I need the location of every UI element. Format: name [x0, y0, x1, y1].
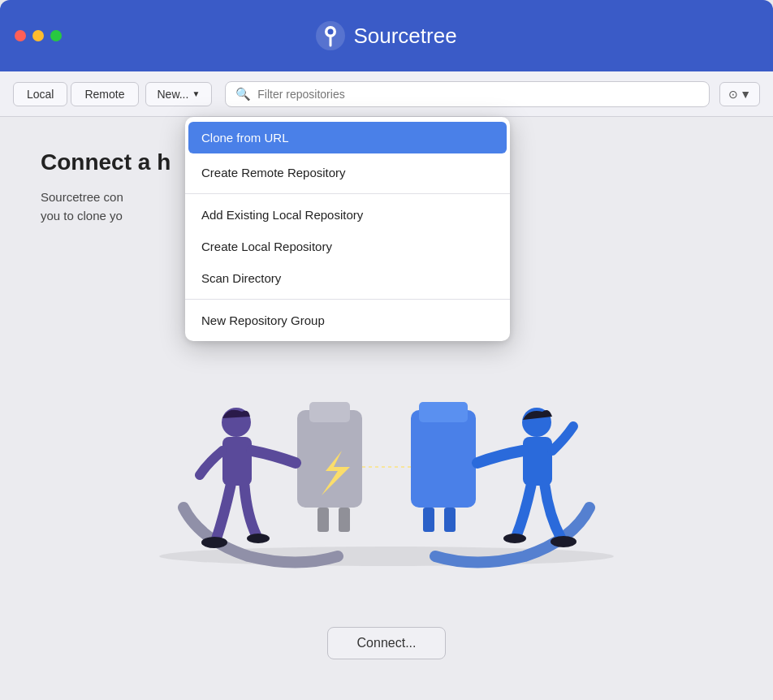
- sourcetree-icon: [316, 21, 345, 50]
- menu-divider-1: [185, 193, 510, 194]
- menu-item-new-group[interactable]: New Repository Group: [185, 305, 510, 336]
- svg-point-21: [551, 536, 577, 547]
- more-chevron-icon: ▼: [740, 88, 751, 101]
- svg-rect-5: [309, 402, 350, 422]
- app-name-label: Sourcetree: [353, 24, 456, 49]
- new-dropdown-button[interactable]: New... ▼: [145, 82, 213, 106]
- svg-rect-15: [222, 437, 252, 486]
- app-title: Sourcetree: [316, 21, 456, 50]
- svg-point-20: [503, 534, 526, 543]
- menu-divider-2: [185, 299, 510, 300]
- close-button[interactable]: [15, 30, 26, 41]
- menu-item-clone-url-label: Clone from URL: [201, 131, 289, 145]
- new-button-label: New...: [158, 88, 189, 101]
- svg-point-17: [247, 534, 270, 543]
- svg-rect-10: [419, 402, 468, 422]
- menu-item-new-group-label: New Repository Group: [201, 313, 325, 327]
- svg-rect-9: [411, 410, 476, 508]
- minimize-button[interactable]: [32, 30, 44, 41]
- svg-rect-11: [423, 508, 434, 532]
- more-dots-icon: ⊙: [728, 88, 738, 101]
- menu-item-create-remote[interactable]: Create Remote Repository: [185, 157, 510, 188]
- tab-remote[interactable]: Remote: [71, 82, 138, 106]
- chevron-down-icon: ▼: [192, 89, 200, 98]
- svg-rect-19: [523, 437, 552, 486]
- connect-button[interactable]: Connect...: [327, 627, 447, 659]
- menu-item-create-local[interactable]: Create Local Repository: [185, 231, 510, 262]
- search-bar: 🔍: [225, 81, 710, 107]
- svg-rect-7: [339, 508, 350, 532]
- menu-item-add-local[interactable]: Add Existing Local Repository: [185, 199, 510, 231]
- search-input[interactable]: [257, 88, 699, 101]
- svg-point-2: [328, 29, 334, 35]
- connect-button-wrap: Connect...: [41, 627, 732, 676]
- maximize-button[interactable]: [50, 30, 62, 41]
- menu-item-add-local-label: Add Existing Local Repository: [201, 208, 363, 222]
- menu-item-scan-dir-label: Scan Directory: [201, 271, 281, 285]
- svg-point-16: [201, 537, 227, 548]
- traffic-lights: [15, 30, 62, 41]
- svg-rect-4: [297, 410, 362, 508]
- menu-item-scan-dir[interactable]: Scan Directory: [185, 262, 510, 294]
- more-options-button[interactable]: ⊙ ▼: [719, 82, 760, 106]
- titlebar: Sourcetree: [0, 0, 773, 71]
- toolbar: Local Remote New... ▼ 🔍 ⊙ ▼: [0, 71, 773, 117]
- search-icon: 🔍: [235, 87, 251, 102]
- menu-item-create-local-label: Create Local Repository: [201, 240, 332, 253]
- svg-rect-6: [317, 508, 329, 532]
- tab-local[interactable]: Local: [13, 82, 67, 106]
- svg-rect-12: [444, 508, 456, 532]
- menu-item-clone-url[interactable]: Clone from URL: [188, 122, 507, 153]
- menu-item-create-remote-label: Create Remote Repository: [201, 166, 346, 179]
- dropdown-menu: Clone from URL Create Remote Repository …: [185, 117, 510, 341]
